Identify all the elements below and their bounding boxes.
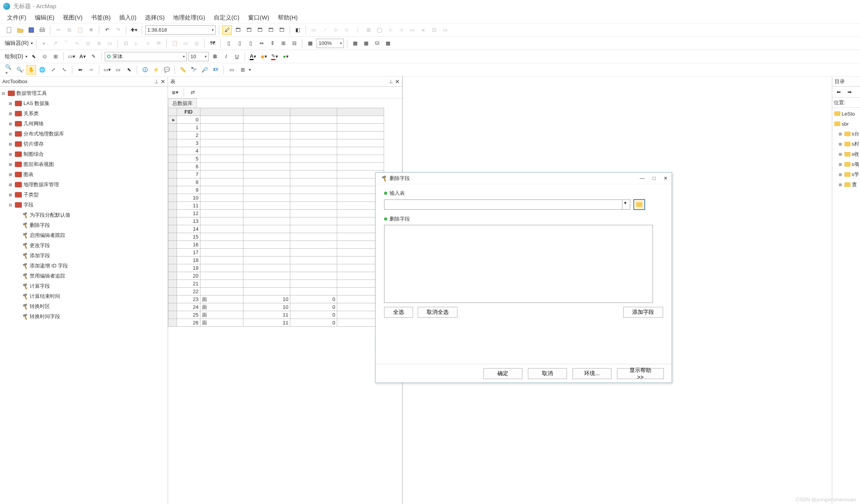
effects-icon-3[interactable]: ⛁ (372, 39, 382, 48)
fixed-zoom-out-icon[interactable]: ⤡ (59, 65, 69, 75)
add-field-button[interactable]: 添加字段 (623, 307, 663, 318)
tree-group[interactable]: ⊞LAS 数据集 (1, 98, 167, 109)
zoom-in-icon[interactable]: 🔍+ (5, 65, 14, 75)
menu-window[interactable]: 窗口(W) (248, 14, 269, 21)
rotate-icon[interactable]: ⊙ (40, 52, 49, 61)
editor-label[interactable]: 编辑器(R) (5, 40, 29, 47)
table-row[interactable]: 22 (168, 288, 384, 296)
python-window-icon[interactable]: 🗔 (277, 25, 286, 35)
table-row[interactable]: 11 (168, 202, 384, 210)
menu-file[interactable]: 文件(F) (7, 14, 26, 21)
fields-listbox[interactable] (384, 225, 653, 303)
table-row[interactable]: 19 (168, 264, 384, 272)
deselect-all-button[interactable]: 取消全选 (418, 307, 458, 318)
tree-tool[interactable]: 禁用编辑者追踪 (1, 271, 167, 281)
goto-xy-icon[interactable]: XY (211, 65, 220, 75)
show-help-button[interactable]: 显示帮助 >> (617, 368, 664, 379)
toc-icon[interactable]: 🗔 (233, 25, 243, 35)
tree-group[interactable]: ⊞分布式地理数据库 (1, 129, 167, 139)
clear-selection-icon[interactable]: ▭ (113, 65, 123, 75)
toolbox-tree[interactable]: ⊟数据管理工具 ⊞LAS 数据集⊞关系类⊞几何网络⊞分布式地理数据库⊞切片缓存⊞… (0, 87, 168, 504)
col-fid[interactable]: FID (177, 108, 200, 116)
table-row[interactable]: 6 (168, 163, 384, 171)
search-window-icon[interactable]: 🗔 (255, 25, 265, 35)
hyperlink-icon[interactable]: ⚡ (151, 65, 161, 75)
table-tab[interactable]: 总数据库 (168, 98, 197, 108)
text-icon[interactable]: A▾ (78, 52, 87, 61)
arctoolbox-window-icon[interactable]: 🗔 (266, 25, 275, 35)
align-center-icon[interactable]: ▯ (235, 39, 244, 48)
table-row[interactable]: 21 (168, 280, 384, 288)
table-row[interactable]: 25面1100 (168, 311, 384, 319)
tree-root[interactable]: ⊟数据管理工具 (1, 88, 167, 98)
georef-icon[interactable]: 🗺 (208, 39, 217, 48)
dialog-titlebar[interactable]: 删除字段 — □ ✕ (375, 173, 672, 184)
tree-tool[interactable]: 添加字段 (1, 251, 167, 261)
chevron-down-icon[interactable]: ▾ (25, 54, 27, 59)
effects-icon-1[interactable]: ▦ (350, 39, 360, 48)
menu-geoprocessing[interactable]: 地理处理(G) (173, 14, 205, 21)
catalog-window-icon[interactable]: 🗔 (244, 25, 254, 35)
font-color-icon[interactable]: A▾ (248, 52, 257, 61)
menu-edit[interactable]: 编辑(E) (35, 14, 54, 21)
table-row[interactable]: 5 (168, 155, 384, 163)
catalog-folder[interactable]: LeSto (833, 109, 859, 119)
select-elements-icon[interactable]: ⬉ (124, 65, 134, 75)
table-row[interactable]: 26面1100 (168, 319, 384, 327)
fixed-zoom-in-icon[interactable]: ⤢ (48, 65, 58, 75)
browse-button[interactable] (633, 199, 645, 210)
find-route-icon[interactable]: 🔎 (200, 65, 209, 75)
tree-tool[interactable]: 为字段分配默认值 (1, 210, 167, 220)
align-right-icon[interactable]: ▯ (246, 39, 255, 48)
print-icon[interactable] (38, 25, 47, 35)
find-icon[interactable]: 🔭 (189, 65, 198, 75)
group-icon[interactable]: ⊞ (279, 39, 288, 48)
menu-insert[interactable]: 插入(I) (119, 14, 136, 21)
zoom-combo[interactable]: 100% ▾ (316, 39, 344, 48)
underline-icon[interactable]: U (232, 52, 241, 61)
chevron-down-icon[interactable]: ▾ (31, 41, 33, 45)
table-row[interactable]: 13 (168, 217, 384, 225)
chevron-down-icon[interactable]: ▾ (249, 68, 251, 72)
table-row[interactable]: ▸0 (168, 116, 384, 124)
undo-icon[interactable]: ↶ (102, 25, 112, 35)
font-size-combo[interactable]: 10 ▾ (188, 52, 209, 61)
table-row[interactable]: 3 (168, 139, 384, 147)
ungroup-icon[interactable]: ⊟ (290, 39, 299, 48)
select-all-button[interactable]: 全选 (384, 307, 413, 318)
tree-tool[interactable]: 转换时区 (1, 301, 167, 312)
environments-button[interactable]: 环境... (572, 368, 611, 379)
catalog-subfolder[interactable]: ⊞s村 (833, 139, 859, 149)
menu-help[interactable]: 帮助(H) (278, 14, 298, 21)
layout-icon[interactable]: ▦ (306, 39, 315, 48)
menu-bookmarks[interactable]: 书签(B) (91, 14, 111, 21)
effects-icon-4[interactable]: ▦ (383, 39, 393, 48)
tree-group[interactable]: ⊞制图综合 (1, 149, 167, 159)
close-icon[interactable]: ✕ (395, 78, 400, 85)
catalog-subfolder[interactable]: ⊞查 (833, 180, 859, 190)
tree-tool[interactable]: 启用编辑者跟踪 (1, 230, 167, 240)
maximize-icon[interactable]: □ (653, 175, 656, 181)
menu-selection[interactable]: 选择(S) (145, 14, 164, 21)
tree-tool[interactable]: 转换时间字段 (1, 312, 167, 322)
italic-icon[interactable]: I (221, 52, 231, 61)
pan-icon[interactable]: ✋ (27, 65, 36, 75)
bold-icon[interactable]: B (210, 52, 220, 61)
tree-group-fields[interactable]: ⊟字段 (1, 200, 167, 210)
table-row[interactable]: 8 (168, 178, 384, 186)
open-icon[interactable] (16, 25, 25, 35)
add-data-icon[interactable]: ✚▾ (129, 25, 139, 35)
catalog-folder[interactable]: sbr (833, 119, 859, 129)
editor-toolbar-icon[interactable]: 🖊 (222, 25, 232, 35)
save-icon[interactable] (27, 25, 36, 35)
forward-icon[interactable]: ➡ (845, 87, 854, 97)
catalog-subfolder[interactable]: ⊞s收 (833, 149, 859, 159)
tree-group[interactable]: ⊞子类型 (1, 190, 167, 200)
distribute-h-icon[interactable]: ⇔ (257, 39, 266, 48)
measure-icon[interactable]: 📏 (178, 65, 188, 75)
fill-color-icon[interactable]: ◆▾ (259, 52, 268, 61)
ok-button[interactable]: 确定 (483, 368, 522, 379)
tree-group[interactable]: ⊞关系类 (1, 109, 167, 119)
close-icon[interactable]: ✕ (663, 175, 668, 181)
viewer-window-icon[interactable]: ⊞ (238, 65, 247, 75)
